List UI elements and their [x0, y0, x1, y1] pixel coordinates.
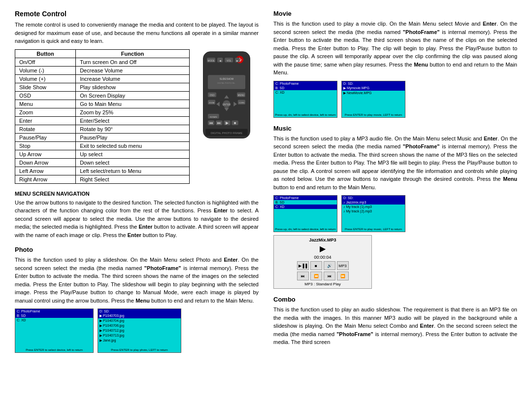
col-button: Button — [15, 49, 76, 58]
col-function: Function — [76, 49, 190, 58]
table-row: Up ArrowUp select — [15, 150, 190, 158]
table-cell: Right Select — [76, 175, 190, 183]
mp3-btn[interactable]: MP3 — [337, 261, 349, 270]
table-cell: On Screen Display — [76, 91, 190, 100]
table-cell: Pause/Play — [15, 133, 76, 141]
table-row: Volume (-)Decrease Volume — [15, 66, 190, 74]
stop-btn[interactable]: ■ — [310, 261, 322, 270]
table-cell: Menu — [15, 100, 76, 108]
photo-text: This is the function used to play a slid… — [15, 256, 259, 305]
music-thumb2-title: D: SD: — [342, 196, 405, 200]
table-row: Pause/PlayPause/Play — [15, 133, 190, 141]
svg-text:VOL: VOL — [227, 59, 232, 62]
table-cell: Enter/Select — [76, 116, 190, 125]
play-pause-btn[interactable]: ▶▐▐ — [297, 261, 309, 270]
table-row: On/OffTurn screen On and Off — [15, 58, 190, 66]
table-cell: Volume (-) — [15, 66, 76, 74]
table-cell: Go to Main Menu — [76, 100, 190, 108]
table-row: ZoomZoom by 25% — [15, 108, 190, 116]
movie-screenshots: C: PhotoFrame B: SD C: XD Press up, dn, … — [273, 81, 517, 118]
svg-text:■: ■ — [234, 121, 236, 125]
table-cell: Rotate by 90° — [76, 125, 190, 133]
table-cell: Stop — [15, 141, 76, 150]
table-remote-container: Button Function On/OffTurn screen On and… — [15, 49, 259, 184]
volume-btn[interactable]: 🔊 — [324, 261, 335, 270]
svg-text:CORN: CORN — [239, 102, 244, 104]
thumb2-title: D: SD: — [98, 309, 181, 313]
player-status: MP3 : Standard Play — [276, 282, 369, 286]
table-row: StopExit to selected sub menu — [15, 141, 190, 150]
table-cell: Left Arrow — [15, 167, 76, 175]
table-row: Slide ShowPlay slideshow — [15, 83, 190, 91]
prev-btn[interactable]: ⏮ — [324, 272, 335, 280]
svg-text:ZOOM: ZOOM — [209, 102, 214, 104]
table-row: OSDOn Screen Display — [15, 91, 190, 100]
music-player: JazzMix.MP3 ▶ 00:00:04 ▶▐▐ ■ 🔊 MP3 ⏭ ⏪ ⏮… — [273, 235, 372, 289]
movie-text: This is the function used to play a movi… — [273, 20, 517, 77]
combo-section: Combo This is the function used to play … — [273, 296, 517, 346]
table-row: EnterEnter/Select — [15, 116, 190, 125]
table-cell: On/Off — [15, 58, 76, 66]
table-row: MenuGo to Main Menu — [15, 100, 190, 108]
svg-text:OSD: OSD — [209, 94, 215, 97]
table-cell: Rotate — [15, 125, 76, 133]
remote-control-image: SLIDESHOW DIGITAL PHOTO FA... ⏻ MODE ◀ — [197, 49, 256, 143]
ffwd-btn[interactable]: ⏩ — [337, 272, 349, 280]
svg-text:ROTATE: ROTATE — [210, 116, 217, 118]
music-text: This is the function used to play a MP3 … — [273, 135, 517, 192]
svg-text:◀: ◀ — [219, 59, 221, 62]
rewind-btn[interactable]: ⏪ — [310, 272, 322, 280]
music-thumb1-title: C: PhotoFrame — [274, 196, 337, 200]
svg-text:MODE: MODE — [208, 59, 215, 62]
remote-control-section: Remote Control The remote control is use… — [15, 10, 259, 184]
movie-section: Movie This is the function used to play … — [273, 10, 517, 118]
remote-image-container: SLIDESHOW DIGITAL PHOTO FA... ⏻ MODE ◀ — [195, 49, 259, 184]
table-cell: Enter — [15, 116, 76, 125]
photo-heading: Photo — [15, 246, 259, 253]
right-column: Movie This is the function used to play … — [273, 10, 517, 360]
movie-thumb1-title: C: PhotoFrame — [274, 81, 337, 86]
svg-text:⏭: ⏭ — [217, 121, 221, 125]
menu-nav-heading: MENU SCREEN NAVIGATION — [15, 191, 259, 197]
table-cell: Pause/Play — [76, 133, 190, 141]
left-column: Remote Control The remote control is use… — [15, 10, 259, 360]
table-cell: Slide Show — [15, 83, 76, 91]
movie-thumb-1: C: PhotoFrame B: SD C: XD Press up, dn, … — [273, 81, 337, 118]
table-cell: Play slideshow — [76, 83, 190, 91]
photo-section: Photo This is the function used to play … — [15, 246, 259, 353]
music-thumb-2: D: SD: ♪ Jazzmix.mp3 ♪ My track (1).mp3 … — [341, 195, 405, 232]
music-heading: Music — [273, 125, 517, 132]
photo-thumb-2: D: SD: ▶ P1040703.jpg ▶ P1040704.jpg ▶ P… — [98, 308, 181, 353]
table-cell: Left select/return to Menu — [76, 167, 190, 175]
player-time: 00:00:04 — [276, 255, 369, 260]
table-row: Volume (+)Increase Volume — [15, 74, 190, 83]
table-cell: Turn screen On and Off — [76, 58, 190, 66]
svg-text:MENU: MENU — [237, 94, 245, 97]
page-container: Remote Control The remote control is use… — [15, 10, 517, 360]
combo-text: This is the function used to play an aud… — [273, 306, 517, 346]
menu-nav-text: Use the arrow buttons to navigate to the… — [15, 199, 259, 240]
movie-heading: Movie — [273, 10, 517, 17]
svg-text:SLIDESHOW: SLIDESHOW — [220, 77, 234, 80]
table-cell: Down Arrow — [15, 158, 76, 167]
table-row: Left ArrowLeft select/return to Menu — [15, 167, 190, 175]
svg-text:▶: ▶ — [236, 59, 238, 62]
svg-text:ENTER: ENTER — [223, 103, 231, 106]
table-cell: Up select — [76, 150, 190, 158]
table-cell: Decrease Volume — [76, 66, 190, 74]
thumb1-title: C: PhotoFrame — [15, 309, 93, 313]
table-cell: Exit to selected sub menu — [76, 141, 190, 150]
music-section: Music This is the function used to play … — [273, 125, 517, 289]
svg-text:⏮: ⏮ — [209, 121, 213, 125]
table-cell: Right Arrow — [15, 175, 76, 183]
player-controls-row1: ▶▐▐ ■ 🔊 MP3 — [276, 261, 369, 270]
table-row: Down ArrowDown select — [15, 158, 190, 167]
music-screenshots: C: PhotoFrame B: SD C: XD Press up, dn, … — [273, 195, 517, 232]
player-title: JazzMix.MP3 — [276, 238, 369, 242]
table-row: Right ArrowRight Select — [15, 175, 190, 183]
photo-screenshots: C: PhotoFrame B: SD C: XD Press ENTER to… — [15, 308, 259, 353]
next-btn[interactable]: ⏭ — [297, 272, 309, 280]
table-cell: Up Arrow — [15, 150, 76, 158]
play-icon: ▶ — [276, 244, 369, 253]
table-cell: Zoom — [15, 108, 76, 116]
